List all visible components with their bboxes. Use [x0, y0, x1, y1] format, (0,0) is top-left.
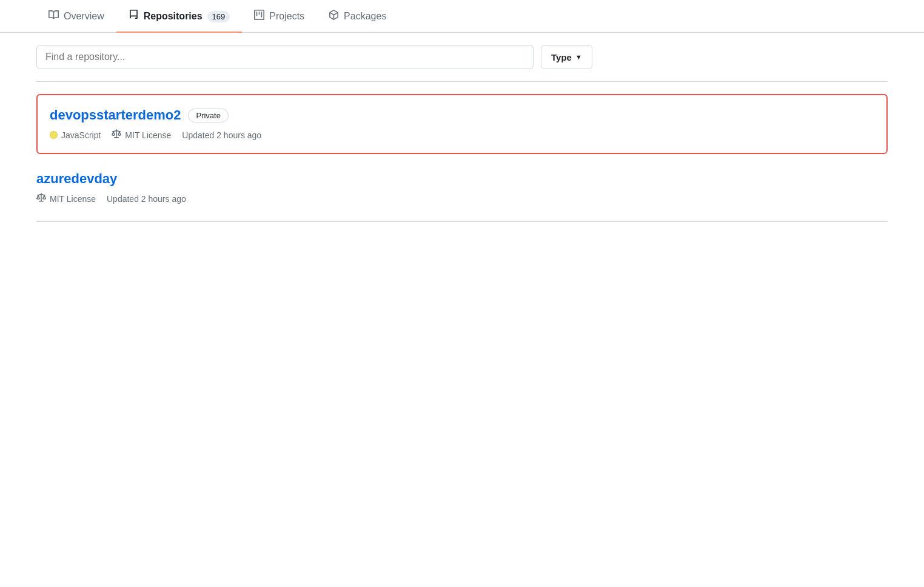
- tab-overview[interactable]: Overview: [36, 0, 116, 33]
- license-item-1: MIT License: [112, 129, 171, 141]
- tab-projects-label: Projects: [269, 11, 304, 22]
- packages-icon: [329, 10, 339, 23]
- repo-name-row-1: devopsstarterdemo2 Private: [50, 107, 874, 123]
- tabs-bar: Overview Repositories 169 Projects: [0, 0, 924, 33]
- filter-row: Type ▼: [0, 33, 924, 81]
- updated-label-2: Updated 2 hours ago: [107, 194, 186, 204]
- tab-repositories[interactable]: Repositories 169: [116, 0, 243, 33]
- repo-item-2: azuredevday MIT License Updated 2 hours …: [36, 154, 888, 222]
- repo-item-highlighted: devopsstarterdemo2 Private JavaScript MI…: [36, 94, 888, 154]
- list-top-divider: [36, 81, 888, 82]
- chevron-down-icon: ▼: [575, 53, 582, 61]
- type-filter-button[interactable]: Type ▼: [541, 45, 592, 69]
- repositories-count-badge: 169: [207, 11, 230, 22]
- license-icon-1: [112, 129, 121, 141]
- repo-name-link-1[interactable]: devopsstarterdemo2: [50, 107, 181, 123]
- overview-icon: [49, 10, 59, 23]
- language-label-1: JavaScript: [61, 130, 101, 140]
- page-container: Overview Repositories 169 Projects: [0, 0, 924, 587]
- updated-item-2: Updated 2 hours ago: [107, 194, 186, 204]
- license-item-2: MIT License: [36, 193, 96, 204]
- repositories-icon: [129, 10, 139, 23]
- tab-repositories-label: Repositories: [144, 11, 203, 22]
- search-input[interactable]: [36, 45, 534, 69]
- tab-packages-label: Packages: [344, 11, 386, 22]
- repo-list: devopsstarterdemo2 Private JavaScript MI…: [0, 94, 924, 222]
- tab-packages[interactable]: Packages: [316, 0, 398, 33]
- license-label-1: MIT License: [125, 130, 171, 140]
- language-dot-1: [50, 131, 58, 139]
- language-item-1: JavaScript: [50, 130, 101, 140]
- type-filter-label: Type: [551, 52, 572, 62]
- tab-overview-label: Overview: [64, 11, 104, 22]
- license-label-2: MIT License: [50, 194, 96, 204]
- private-badge-1: Private: [188, 109, 228, 122]
- projects-icon: [254, 10, 264, 23]
- license-icon-2: [36, 193, 46, 204]
- repo-meta-1: JavaScript MIT License Updated 2 hours a…: [50, 129, 874, 141]
- tab-projects[interactable]: Projects: [242, 0, 316, 33]
- updated-item-1: Updated 2 hours ago: [182, 130, 261, 140]
- repo-name-link-2[interactable]: azuredevday: [36, 171, 117, 187]
- updated-label-1: Updated 2 hours ago: [182, 130, 261, 140]
- repo-name-row-2: azuredevday: [36, 171, 888, 187]
- repo-meta-2: MIT License Updated 2 hours ago: [36, 193, 888, 204]
